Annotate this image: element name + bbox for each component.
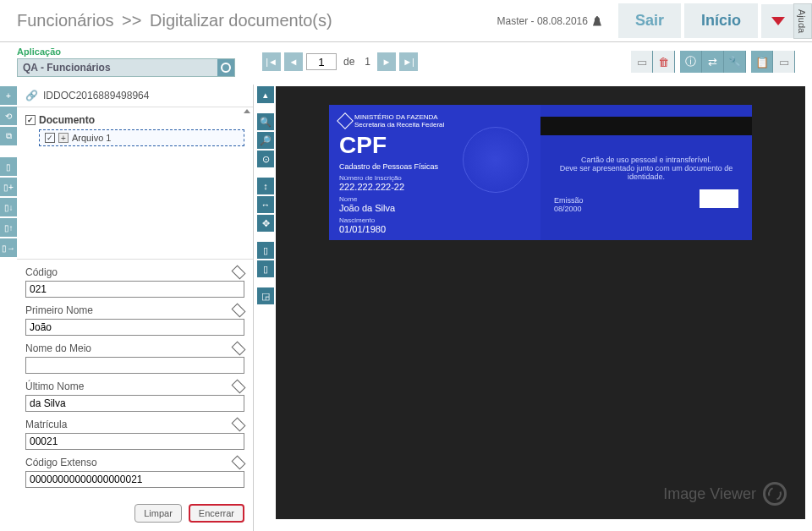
field-clear-icon[interactable] (232, 342, 246, 356)
field-clear-icon[interactable] (232, 266, 246, 280)
field-clear-icon[interactable] (232, 304, 246, 318)
rail-page-up-button[interactable]: ▯↑ (0, 218, 17, 237)
help-tab[interactable]: Ajuda (793, 3, 812, 39)
field-input[interactable] (25, 395, 244, 412)
cpf-card-front: MINISTÉRIO DA FAZENDA Secretaria da Rece… (329, 105, 540, 240)
cpf-name-label: Nome (339, 195, 530, 203)
doc-id: IDDOC2016889498964 (43, 90, 149, 101)
rail-page-down-button[interactable]: ▯↓ (0, 198, 17, 216)
header-dropdown-button[interactable] (761, 4, 795, 38)
signature-box (700, 189, 738, 208)
exit-button[interactable]: Sair (618, 3, 681, 38)
form-field: Último Nome (25, 380, 244, 412)
field-label: Nome do Meio (25, 342, 91, 354)
field-input[interactable] (25, 357, 244, 374)
rail-page-add-button[interactable]: ▯+ (0, 178, 17, 196)
field-input[interactable] (25, 281, 244, 298)
pager-input[interactable] (306, 53, 337, 70)
home-button[interactable]: Início (684, 3, 758, 38)
pager-first-button[interactable]: |◄ (262, 52, 281, 71)
image-viewer[interactable]: MINISTÉRIO DA FAZENDA Secretaria da Rece… (276, 86, 805, 519)
rail-copy-button[interactable]: ⧉ (0, 127, 17, 145)
delete-button[interactable]: 🗑 (653, 51, 675, 73)
settings-button[interactable]: 🔧 (724, 51, 746, 73)
crop-button[interactable]: ◲ (257, 287, 274, 304)
field-input[interactable] (25, 471, 244, 488)
info-button[interactable]: ⓘ (680, 51, 702, 73)
rail-page-next-button[interactable]: ▯→ (0, 238, 17, 257)
expand-icon[interactable]: + (58, 133, 69, 143)
field-input[interactable] (25, 319, 244, 336)
fit-horizontal-button[interactable]: ↔ (257, 196, 274, 213)
viewer-rail: ▴ 🔍 🔎 ⊙ ↕ ↔ ✥ ▯ ▯ ◲ (254, 85, 272, 531)
emissao-label: Emissão (554, 196, 584, 205)
field-input[interactable] (25, 433, 244, 450)
fit-vertical-button[interactable]: ↕ (257, 178, 274, 194)
clear-button[interactable]: Limpar (134, 504, 182, 523)
close-button[interactable]: Encerrar (189, 504, 244, 523)
field-label: Código Extenso (25, 457, 97, 468)
field-clear-icon[interactable] (232, 380, 246, 394)
copy-button[interactable]: ▭ (631, 51, 653, 73)
ministry-logo: MINISTÉRIO DA FAZENDA Secretaria da Rece… (339, 113, 530, 129)
field-clear-icon[interactable] (232, 456, 246, 470)
application-block: Aplicação QA - Funcionários (17, 47, 235, 77)
ministry-line1: MINISTÉRIO DA FAZENDA (354, 113, 444, 121)
pager-next-button[interactable]: ► (377, 52, 396, 71)
field-clear-icon[interactable] (232, 418, 246, 432)
back-text: Cartão de uso pessoal e intransferível. … (540, 156, 752, 181)
tree-scroll-indicator (243, 109, 251, 113)
pager-total: 1 (365, 56, 370, 68)
field-label: Código (25, 266, 58, 278)
page-view2-button[interactable]: ▯ (257, 260, 274, 277)
pan-button[interactable]: ✥ (257, 215, 274, 232)
user-icon (593, 16, 601, 26)
magnetic-strip (540, 117, 752, 135)
tree-child[interactable]: + Arquivo 1 (39, 129, 244, 146)
breadcrumb-root[interactable]: Funcionários (17, 11, 114, 30)
aperture-icon (763, 482, 787, 506)
tree-root-label: Documento (39, 114, 95, 126)
form-field: Código (25, 266, 244, 298)
tree-root[interactable]: Documento (25, 114, 244, 126)
user-label: Master - 08.08.2016 (497, 15, 588, 27)
search-icon[interactable] (217, 59, 234, 76)
back-line1: Cartão de uso pessoal e intransferível. (540, 156, 752, 164)
breadcrumb-current: Digitalizar documento(s) (150, 11, 332, 30)
seal-icon (463, 127, 529, 193)
tree-child-checkbox[interactable] (45, 133, 55, 143)
extra-button[interactable]: ▭ (773, 51, 795, 73)
page-view1-button[interactable]: ▯ (257, 242, 274, 259)
zoom-in-button[interactable]: 🔍 (257, 113, 274, 130)
ministry-logo-icon (337, 112, 354, 129)
header-bar: Funcionários >> Digitalizar documento(s)… (0, 0, 812, 42)
tree-child-label: Arquivo 1 (72, 133, 111, 143)
form-buttons: Limpar Encerrar (17, 499, 253, 531)
rail-link-button[interactable]: ⟲ (0, 107, 17, 125)
field-label: Primeiro Nome (25, 304, 93, 316)
field-label: Último Nome (25, 380, 84, 392)
tree-root-checkbox[interactable] (25, 115, 36, 125)
rail-add-button[interactable]: + (0, 86, 17, 105)
cpf-birth-label: Nascimento (339, 216, 530, 224)
pointer-tool-button[interactable]: ▴ (257, 86, 274, 103)
application-select[interactable]: QA - Funcionários (17, 58, 235, 77)
form-field: Primeiro Nome (25, 304, 244, 336)
application-label: Aplicação (17, 47, 235, 57)
rail-page-button[interactable]: ▯ (0, 157, 17, 176)
pager-last-button[interactable]: ►| (399, 52, 418, 71)
toolbar: Aplicação QA - Funcionários |◄ ◄ de 1 ► … (0, 42, 812, 85)
ministry-line2: Secretaria da Receita Federal (354, 121, 444, 129)
pager-prev-button[interactable]: ◄ (284, 52, 303, 71)
zoom-out-button[interactable]: 🔎 (257, 132, 274, 149)
breadcrumb: Funcionários >> Digitalizar documento(s) (17, 11, 497, 30)
clipboard-button[interactable]: 📋 (751, 51, 773, 73)
pager: |◄ ◄ de 1 ► ►| (262, 52, 418, 71)
swap-button[interactable]: ⇄ (702, 51, 724, 73)
document-tree: Documento + Arquivo 1 (17, 107, 253, 260)
cpf-birth: 01/01/1980 (339, 224, 530, 234)
back-line2: Deve ser apresentado junto com um docume… (540, 164, 752, 181)
cpf-name: João da Silva (339, 203, 530, 213)
scroll-up-icon (244, 109, 250, 113)
zoom-reset-button[interactable]: ⊙ (257, 151, 274, 167)
